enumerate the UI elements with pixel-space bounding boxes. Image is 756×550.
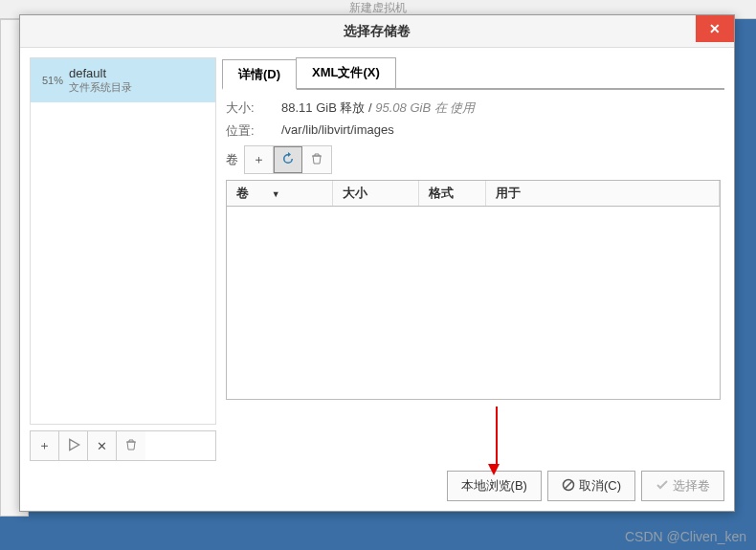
tab-bar: 详情(D) XML文件(X)	[222, 57, 724, 90]
trash-icon	[310, 152, 323, 168]
size-free: 88.11 GiB 释放 /	[281, 100, 372, 115]
storage-pool-item-default[interactable]: 51% default 文件系统目录	[31, 58, 215, 102]
plus-icon: ＋	[253, 151, 265, 168]
delete-volume-button[interactable]	[302, 146, 331, 173]
play-icon	[67, 438, 80, 454]
volume-label: 卷	[226, 151, 238, 168]
x-icon: ✕	[97, 439, 107, 453]
col-used[interactable]: 用于	[485, 181, 720, 207]
col-format[interactable]: 格式	[418, 181, 485, 207]
plus-icon: ＋	[38, 437, 51, 454]
start-pool-button[interactable]	[59, 431, 88, 460]
col-size[interactable]: 大小	[332, 181, 418, 207]
add-volume-button[interactable]: ＋	[245, 146, 274, 173]
cancel-icon	[562, 478, 575, 495]
volume-table: 卷 ▼ 大小 格式 用于	[227, 181, 720, 207]
pool-usage-percent: 51%	[36, 75, 63, 86]
trash-icon	[124, 438, 138, 454]
location-value: /var/lib/libvirt/images	[281, 122, 394, 140]
volume-table-container[interactable]: 卷 ▼ 大小 格式 用于	[226, 180, 721, 400]
refresh-volumes-button[interactable]	[274, 146, 302, 173]
close-button[interactable]: ✕	[696, 15, 734, 42]
tab-xml[interactable]: XML文件(X)	[296, 57, 396, 88]
storage-pool-list[interactable]: 51% default 文件系统目录	[30, 57, 216, 425]
close-icon: ✕	[709, 21, 721, 36]
sort-desc-icon: ▼	[272, 189, 280, 199]
check-icon	[656, 478, 669, 495]
delete-pool-button[interactable]	[117, 431, 145, 460]
svg-marker-0	[69, 439, 78, 450]
browse-local-button[interactable]: 本地浏览(B)	[447, 471, 542, 501]
size-used: 95.08 GiB 在 使用	[375, 100, 475, 115]
stop-pool-button[interactable]: ✕	[88, 431, 117, 460]
pool-details: 大小: 88.11 GiB 释放 / 95.08 GiB 在 使用 位置: /v…	[222, 90, 724, 404]
cancel-button[interactable]: 取消(C)	[547, 471, 635, 501]
choose-label: 选择卷	[673, 477, 710, 495]
add-pool-button[interactable]: ＋	[31, 431, 59, 460]
dialog-titlebar: 选择存储卷 ✕	[20, 15, 734, 48]
choose-volume-button[interactable]: 选择卷	[641, 471, 724, 501]
cancel-label: 取消(C)	[579, 477, 621, 495]
dialog-button-row: 本地浏览(B) 取消(C) 选择卷	[30, 461, 724, 501]
tab-details[interactable]: 详情(D)	[222, 59, 297, 90]
dialog-title: 选择存储卷	[344, 23, 411, 40]
pool-toolbar: ＋ ✕	[30, 430, 216, 461]
size-label: 大小:	[226, 99, 272, 117]
watermark: CSDN @Cliven_ken	[625, 529, 746, 544]
col-volume[interactable]: 卷 ▼	[227, 181, 332, 207]
parent-window-title: 新建虚拟机	[349, 1, 407, 14]
svg-line-2	[565, 481, 571, 488]
location-label: 位置:	[226, 122, 272, 140]
storage-volume-dialog: 选择存储卷 ✕ 51% default 文件系统目录	[19, 14, 735, 512]
refresh-icon	[281, 152, 295, 168]
pool-subtitle: 文件系统目录	[69, 80, 132, 95]
pool-name: default	[69, 66, 132, 80]
